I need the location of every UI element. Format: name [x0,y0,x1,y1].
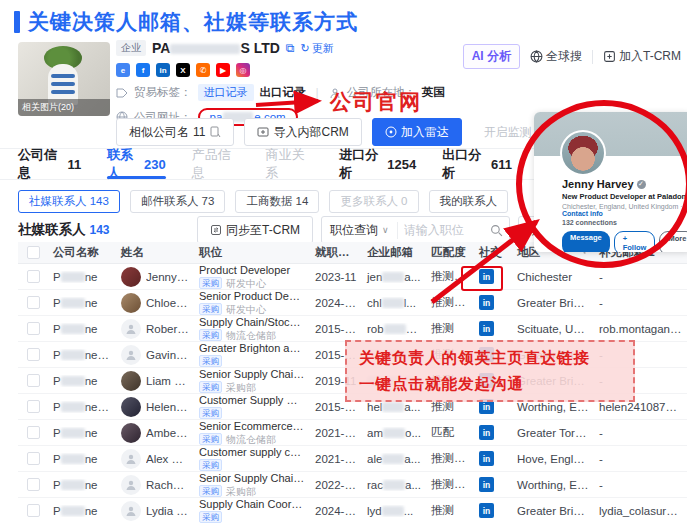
job-query-dropdown[interactable]: 职位查询∨ [322,222,398,239]
company-name-suffix: S LTD [240,40,279,56]
linkedin-icon[interactable]: in [479,425,494,440]
chip-社媒联系人[interactable]: 社媒联系人 143 [18,190,120,213]
cell-social: in [474,451,512,466]
import-crm-button[interactable]: 导入内部CRM [244,118,361,146]
table-row[interactable]: PneChloe JonesSenior Product Developer采购… [18,290,687,316]
export-record-chip[interactable]: 出口记录 [260,85,306,100]
linkedin-icon[interactable]: in [156,63,170,77]
row-checkbox[interactable] [27,348,40,361]
count: 73 [202,195,215,207]
row-checkbox[interactable] [27,322,40,335]
row-checkbox[interactable] [27,270,40,283]
table-row[interactable]: PneRachael KellySenior Supply Chain Coor… [18,472,687,498]
cell-date: 2023-11 [310,271,362,283]
join-tcrm-button[interactable]: 加入T-CRM [603,48,681,65]
divider [592,50,593,64]
column-header-5: 企业邮箱 [362,245,426,260]
phone-icon[interactable]: ✆ [196,63,210,77]
facebook-icon[interactable]: f [136,63,150,77]
chip-邮件联系人[interactable]: 邮件联系人 73 [130,190,226,213]
table-row[interactable]: PneRobert Monta...Supply Chain/Stock Con… [18,316,687,342]
cell-title: Senior Supply Chain Coordinator采购采购部 [194,368,310,393]
role-tag: 采购 [199,485,222,497]
avatar [121,293,141,313]
x-icon[interactable]: X [176,63,190,77]
role-tag: 采购 [199,303,222,315]
cell-title: Customer supply chain coordinator采购 [194,446,310,471]
radar-icon [385,126,397,138]
row-checkbox[interactable] [27,400,40,413]
row-checkbox[interactable] [27,374,40,387]
role-tag: 采购 [199,407,222,419]
profile-button-more[interactable]: More [659,231,687,252]
profile-button-follow[interactable]: + Follow [614,231,656,252]
table-row[interactable]: PneJenny HarveyProduct Developer采购研发中心20… [18,264,687,290]
related-images-caption[interactable]: 相关图片(20) [18,99,110,116]
row-checkbox[interactable] [27,504,40,517]
tab-商业关系[interactable]: 商业关系 [265,149,313,179]
tab-公司信息[interactable]: 公司信息 11 [18,149,81,179]
add-radar-button[interactable]: 加入雷达 [372,118,462,146]
company-photo[interactable]: 相关图片(20) [18,42,110,116]
youtube-icon[interactable]: ▶ [216,63,230,77]
avatar [121,319,141,339]
tab-联系人[interactable]: 联系人 230 [107,149,166,179]
chip-更多联系人[interactable]: 更多联系人 0 [329,190,418,213]
global-search-button[interactable]: 全球搜 [530,48,582,65]
verified-icon: ✓ [637,180,646,189]
website-icon[interactable]: e [116,63,130,77]
website-callout-annotation: 公司官网 [330,88,422,116]
linkedin-icon[interactable]: in [479,451,494,466]
cell-date: 2021-01 [310,453,362,465]
avatar [121,475,141,495]
monitor-button[interactable]: 开启监测 [472,118,544,146]
profile-button-message[interactable]: Message [562,231,610,252]
ai-analysis-button[interactable]: AI 分析 [463,44,520,69]
document-icon [209,126,221,138]
cell-social: in [474,269,512,284]
avatar [121,449,141,469]
similar-companies-button[interactable]: 相似公司名 11 [116,118,234,146]
cell-match: 推测 [426,503,474,518]
chip-我的联系人[interactable]: 我的联系人 [429,190,509,213]
table-row[interactable]: PneAlex StylesCustomer supply chain coor… [18,446,687,472]
tab-出口分析[interactable]: 出口分析 611 [442,149,512,179]
linkedin-icon[interactable]: in [479,269,494,284]
column-header-7: 社交 [474,245,512,260]
row-checkbox[interactable] [27,478,40,491]
row-checkbox[interactable] [27,452,40,465]
cell-company: Pne Produc... [48,349,116,361]
cell-name: Robert Monta... [116,319,194,339]
copy-icon[interactable]: ⧉ [286,41,295,55]
search-icon[interactable] [490,224,503,237]
chip-工商数据[interactable]: 工商数据 14 [235,190,319,213]
cell-extra-email: - [594,271,687,283]
linkedin-icon[interactable]: in [479,477,494,492]
role-tag: 采购 [199,459,222,471]
cell-extra-email: - [594,297,687,309]
job-search-input[interactable] [398,223,484,237]
linkedin-profile-card: Jenny Harvey ✓ New Product Developer at … [534,112,687,252]
cell-date: 2015-03 [310,401,362,413]
table-row[interactable]: PneLydia ColasurdoSupply Chain Coordinat… [18,498,687,523]
linkedin-icon[interactable]: in [479,295,494,310]
select-all-checkbox[interactable] [27,246,40,259]
refresh-button[interactable]: ↻更新 [300,41,333,56]
sync-tcrm-button[interactable]: 同步至T-CRM [197,216,313,244]
role-tag: 采购 [199,381,222,393]
row-checkbox[interactable] [27,426,40,439]
cell-title: Greater Brighton and Hove Area采购 [194,342,310,367]
count: 11 [67,157,81,172]
avatar [121,423,141,443]
import-record-chip[interactable]: 进口记录 [198,84,254,101]
instagram-icon[interactable]: ◎ [236,63,250,77]
tab-进口分析[interactable]: 进口分析 1254 [339,149,416,179]
tab-产品信息[interactable]: 产品信息 [192,149,240,179]
cell-title: Senior Supply Chain Coordinator采购采购部 [194,472,310,497]
row-checkbox[interactable] [27,296,40,309]
table-row[interactable]: PneAmber WhittySenior Ecommerce & Supply… [18,420,687,446]
linkedin-icon[interactable]: in [479,321,494,336]
linkedin-icon[interactable]: in [479,503,494,518]
cell-region: Greater Toronto Area [512,427,594,439]
contact-info-link[interactable]: Contact info [562,210,603,217]
